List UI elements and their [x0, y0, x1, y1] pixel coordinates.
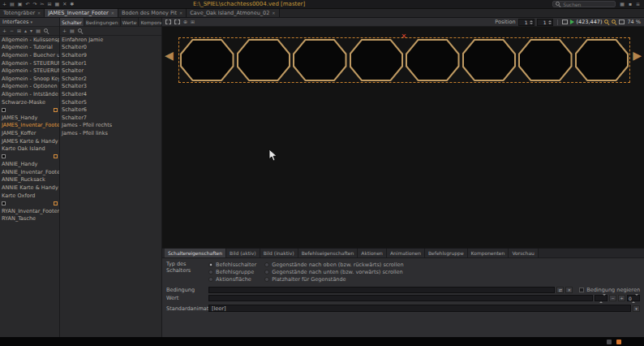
edit-marker-icon[interactable]	[54, 201, 58, 205]
interface-list-item[interactable]: ANNIE_Inventar_Footer	[0, 168, 59, 176]
filter-icon[interactable]: ▤	[36, 28, 41, 33]
layout-icon[interactable]: ▦	[620, 2, 625, 6]
interface-list-item[interactable]: Allgemein - STEUERUNG CON	[0, 59, 59, 67]
inventory-slot[interactable]	[293, 39, 347, 81]
edit-marker-icon[interactable]	[54, 154, 58, 158]
button-type-option[interactable]: Befehlsschalter	[208, 261, 256, 268]
zoom-in-icon[interactable]	[604, 19, 609, 24]
button-type-option[interactable]: Aktionsfläche	[208, 275, 256, 283]
button-list-item[interactable]: Schalter1	[60, 59, 161, 67]
close-tab-icon[interactable]: ✕	[37, 11, 41, 15]
fit-view-icon[interactable]	[562, 19, 568, 24]
close-tab-icon[interactable]: ✕	[179, 11, 182, 15]
stepper-arrows-icon[interactable]	[547, 20, 552, 24]
notifications-icon[interactable]: ▪	[629, 2, 632, 6]
inventory-slot[interactable]	[237, 39, 291, 81]
copy-icon[interactable]: ⊞	[47, 2, 51, 6]
paste-icon[interactable]: ▦	[55, 2, 60, 6]
scene-canvas[interactable]: ◀	[162, 27, 644, 248]
position-x-stepper[interactable]: 1	[518, 19, 535, 26]
grid-tool-icon[interactable]: ⊞	[191, 19, 195, 24]
button-list-item[interactable]: Einfahren Jamie	[60, 36, 161, 44]
move-down-icon[interactable]: ▾	[30, 28, 32, 33]
condition-link-icon[interactable]: ⇄	[556, 287, 564, 293]
value-input[interactable]	[208, 295, 593, 301]
interface-list-item[interactable]: Allgemein - Snoop Key Menu	[0, 75, 59, 83]
inventory-slot-strip[interactable]: ✕	[180, 39, 629, 81]
add-region-icon[interactable]	[174, 19, 180, 24]
tab-bedingungen[interactable]: Bedingungen	[84, 18, 121, 26]
tab-animationen[interactable]: Animationen	[387, 249, 425, 257]
interface-list-item[interactable]	[0, 199, 59, 207]
interface-list-item[interactable]: ANNIE_Handy	[0, 161, 59, 169]
button-list-item[interactable]: Schalter7	[60, 114, 161, 122]
new-icon[interactable]: +	[2, 2, 6, 6]
inventory-slot[interactable]	[518, 39, 573, 81]
close-tab-icon[interactable]: ✕	[111, 11, 114, 15]
stepper-arrows-icon[interactable]	[529, 20, 534, 24]
tab-bild-aktiv[interactable]: Bild (aktiv)	[226, 249, 260, 257]
tab-aktionen[interactable]: Aktionen	[358, 249, 387, 257]
interface-list-item[interactable]	[0, 106, 59, 114]
interface-list-item[interactable]: Allgemein - Tutorial	[0, 44, 59, 52]
interface-list-item[interactable]: Karte Oak Island	[0, 145, 59, 153]
interface-list-item[interactable]: ANNIE_Rucksack	[0, 176, 59, 184]
interface-list-item[interactable]: JAMES Karte & Handy	[0, 137, 59, 145]
zoom-out-icon[interactable]	[612, 19, 616, 24]
button-list-item[interactable]: Schalter3	[60, 83, 161, 91]
interfaces-dropdown[interactable]: Interfaces ▾	[0, 18, 59, 27]
button-list-item[interactable]: James - Pfeil links	[60, 129, 161, 137]
tab-vorschau[interactable]: Vorschau	[509, 249, 538, 257]
move-tool-icon[interactable]: ⊕	[183, 19, 187, 24]
button-list-item[interactable]: Schalter4	[60, 90, 161, 98]
tab-komponenten[interactable]: Komponenten	[139, 18, 161, 26]
tab-bild-inaktiv[interactable]: Bild (inaktiv)	[260, 249, 298, 257]
redo-icon[interactable]: ↷	[32, 2, 36, 6]
button-type-option[interactable]: Gegenstände nach unten (bzw. vorwärts) s…	[264, 268, 403, 275]
undo-icon[interactable]: ↶	[25, 2, 29, 6]
button-type-option[interactable]: Befehlsgruppe	[208, 268, 256, 275]
alert-icon[interactable]	[616, 340, 621, 344]
play-button[interactable]	[570, 19, 574, 24]
tab-boden-des-money-pit[interactable]: Boden des Money Pit ✕	[118, 9, 187, 17]
button-list-item[interactable]: Schalter	[60, 67, 161, 75]
marquee-select-icon[interactable]	[165, 19, 171, 24]
decrement-value-button[interactable]: −	[609, 295, 616, 301]
value-stepper[interactable]	[595, 295, 608, 301]
position-y-stepper[interactable]: 1	[537, 19, 553, 26]
interface-list-item[interactable]: JAMES_Koffer	[0, 129, 59, 137]
tab-werte[interactable]: Werte	[121, 18, 140, 26]
settings-icon[interactable]: ✱	[70, 2, 74, 6]
standard-animation-select[interactable]: [leer]	[208, 305, 631, 312]
value-extra-stepper[interactable]: 0	[627, 295, 640, 301]
interface-list-item[interactable]: Schwarze-Maske	[0, 98, 59, 106]
duplicate-interface-icon[interactable]: ⊞	[17, 28, 21, 33]
interface-list-item[interactable]: Allgemein - STEUERUNG	[0, 67, 59, 75]
cut-icon[interactable]: ✂	[40, 2, 44, 6]
button-list-item[interactable]: Schalter0	[60, 44, 161, 52]
condition-clear-icon[interactable]: ✕	[565, 287, 573, 293]
increment-value-button[interactable]: +	[618, 295, 625, 301]
interface-list-item[interactable]: JAMES_Handy	[0, 114, 59, 122]
button-list-item[interactable]: Schalter9	[60, 51, 161, 59]
button-list-item[interactable]: Schalter6	[60, 106, 161, 114]
filter-icon[interactable]: ▤	[70, 28, 75, 33]
button-list-item[interactable]: Schalter5	[60, 98, 161, 106]
edit-marker-icon[interactable]	[54, 108, 58, 112]
interface-list-item[interactable]: Allgemein - Intstände	[0, 90, 59, 98]
interface-list-item[interactable]: ANNIE Karte & Handy	[0, 184, 59, 192]
inventory-slot[interactable]	[350, 39, 404, 81]
interface-list-item[interactable]: Allgemein - Optionen	[0, 83, 59, 91]
search-input[interactable]: Suchen	[552, 1, 616, 7]
menu-icon[interactable]: ≡	[636, 2, 640, 6]
interface-list-item[interactable]: RYAN_Tasche	[0, 215, 59, 223]
interface-list-item[interactable]	[0, 153, 59, 161]
add-button-icon[interactable]: +	[62, 28, 67, 33]
search-icon[interactable]	[78, 28, 83, 33]
delete-icon[interactable]: ✕	[62, 2, 67, 6]
stepper-arrows-icon[interactable]	[599, 296, 606, 301]
interface-list-item[interactable]: Allgemein - Buecher und Zettel	[0, 51, 59, 59]
button-type-option[interactable]: Platzhalter für Gegenstände	[264, 275, 403, 283]
tab-schalter[interactable]: Schalter	[60, 18, 84, 26]
save-icon[interactable]: ▣	[18, 2, 23, 6]
